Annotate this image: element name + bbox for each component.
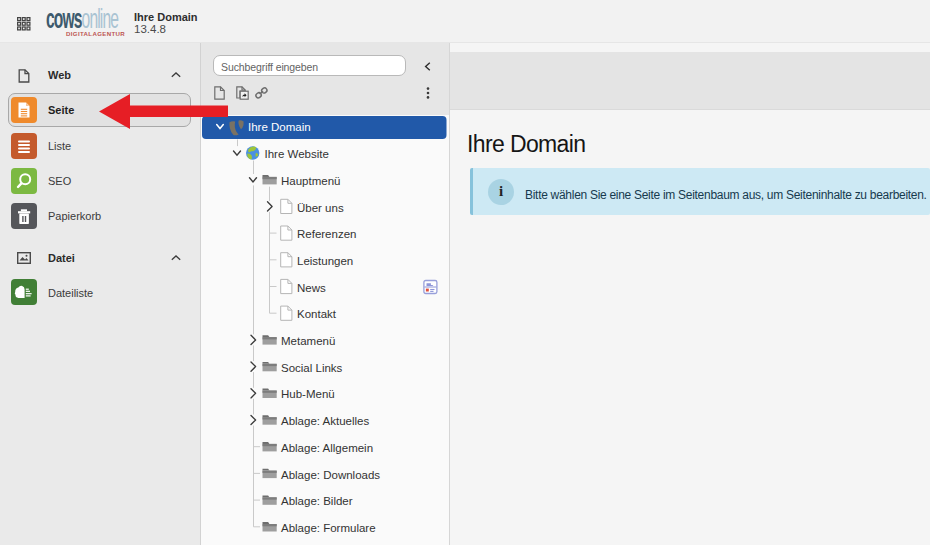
svg-text:Ablage: Bilder: Ablage: Bilder (281, 495, 353, 507)
svg-text:Ihre Domain: Ihre Domain (248, 121, 311, 133)
svg-text:Ihre Website: Ihre Website (265, 148, 329, 160)
svg-text:Social Links: Social Links (281, 362, 343, 374)
svg-text:Ablage: Downloads: Ablage: Downloads (281, 469, 380, 481)
svg-text:Kontakt: Kontakt (297, 308, 337, 320)
svg-text:Referenzen: Referenzen (297, 228, 356, 240)
svg-text:Hub-Menü: Hub-Menü (281, 388, 335, 400)
svg-text:Ablage: Aktuelles: Ablage: Aktuelles (281, 415, 369, 427)
svg-text:Ablage: Allgemein: Ablage: Allgemein (281, 442, 373, 454)
svg-text:News: News (297, 282, 326, 294)
svg-text:Ablage: Formulare: Ablage: Formulare (281, 522, 376, 534)
svg-text:Über uns: Über uns (297, 202, 344, 214)
svg-text:Hauptmenü: Hauptmenü (281, 175, 340, 187)
svg-text:Leistungen: Leistungen (297, 255, 353, 267)
svg-text:Metamenü: Metamenü (281, 335, 335, 347)
